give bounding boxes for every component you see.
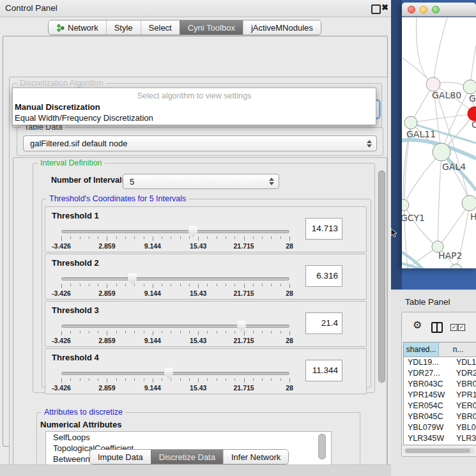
tab-discretize-data[interactable]: Discretize Data bbox=[151, 450, 223, 464]
slider-track[interactable] bbox=[61, 277, 289, 280]
cell-shared-name[interactable]: YBR045C bbox=[404, 411, 451, 422]
tab-cyni-toolbox[interactable]: Cyni Toolbox bbox=[180, 20, 243, 35]
tick-mark bbox=[61, 331, 62, 335]
tick-mark bbox=[226, 284, 226, 286]
interval-definition-group-title: Interval Definition bbox=[38, 158, 105, 167]
split-view-icon[interactable] bbox=[431, 322, 443, 333]
cell-name[interactable]: YDL1 bbox=[451, 357, 476, 368]
cell-name[interactable]: YLR3 bbox=[451, 433, 476, 444]
combo-stepper-icon[interactable] bbox=[367, 140, 372, 148]
algorithm-placeholder-item[interactable]: Select algorithm to view settings bbox=[13, 91, 376, 100]
scale-label: 9.144 bbox=[144, 337, 161, 344]
threshold-value-field[interactable]: 14.713 bbox=[305, 218, 342, 240]
network-node-gcy1[interactable] bbox=[402, 199, 409, 211]
network-node-gal11[interactable] bbox=[404, 116, 417, 129]
tick-mark bbox=[125, 378, 126, 381]
slider-thumb[interactable] bbox=[164, 368, 173, 379]
list-scrollbar-thumb[interactable] bbox=[318, 434, 326, 459]
splitter-strip[interactable] bbox=[391, 0, 402, 289]
column-header-shared[interactable]: shared... bbox=[404, 342, 439, 357]
tick-mark bbox=[289, 331, 290, 335]
table-hscrollbar-thumb[interactable] bbox=[405, 449, 470, 453]
network-node[interactable] bbox=[450, 264, 462, 268]
table-data-combobox[interactable]: galFiltered.sif default node bbox=[23, 135, 377, 151]
slider-track[interactable] bbox=[61, 325, 289, 328]
slider-thumb[interactable] bbox=[128, 273, 137, 284]
cell-name[interactable]: YBR0 bbox=[451, 379, 476, 390]
algorithm-option-manual-discretization[interactable]: Manual Discretization bbox=[15, 102, 100, 112]
cell-shared-name[interactable]: YBL079W bbox=[404, 422, 451, 433]
zoom-traffic-light-icon[interactable] bbox=[432, 6, 440, 13]
table-row[interactable]: YIL052CYIL0 bbox=[404, 444, 476, 445]
threshold-slider-3: -3.4262.8599.14415.4321.71528 bbox=[61, 325, 289, 344]
cell-shared-name[interactable]: YER054C bbox=[404, 401, 451, 411]
slider-ticks bbox=[61, 331, 289, 336]
table-row[interactable]: YPR145WYPR1 bbox=[404, 390, 476, 401]
cell-name[interactable]: YBR0 bbox=[451, 411, 476, 422]
table-row[interactable]: YDL19...YDL1 bbox=[404, 357, 476, 368]
slider-track[interactable] bbox=[61, 372, 289, 375]
network-node-h[interactable] bbox=[462, 196, 476, 211]
tick-mark bbox=[80, 378, 81, 381]
number-of-intervals-combobox[interactable]: 5 bbox=[123, 174, 279, 189]
tab-jactivemnodules[interactable]: jActiveMNodules bbox=[243, 20, 321, 35]
cell-name[interactable]: YER0 bbox=[451, 401, 476, 411]
cell-shared-name[interactable]: YLR345W bbox=[404, 433, 451, 444]
close-icon[interactable]: ✖ bbox=[381, 3, 388, 12]
cell-shared-name[interactable]: YBR043C bbox=[404, 379, 451, 390]
tick-mark bbox=[162, 284, 162, 286]
tick-mark bbox=[289, 236, 290, 241]
viewport-scrollbar-thumb[interactable] bbox=[378, 171, 385, 383]
table-row[interactable]: YER054CYER0 bbox=[404, 401, 476, 411]
tab-network[interactable]: Network bbox=[49, 20, 106, 35]
slider-track[interactable] bbox=[61, 230, 289, 233]
threshold-value-field[interactable]: 6.316 bbox=[305, 265, 342, 287]
algorithm-option-equal-width-frequency-discretization[interactable]: Equal Width/Frequency Discretization bbox=[15, 113, 153, 123]
tab-impute-data[interactable]: Impute Data bbox=[90, 450, 151, 464]
table-row[interactable]: YLR345WYLR3 bbox=[404, 433, 476, 444]
tab-style[interactable]: Style bbox=[106, 20, 141, 35]
table-hscrollbar[interactable] bbox=[404, 448, 475, 454]
cell-name[interactable]: YBL0 bbox=[451, 422, 476, 433]
table-row[interactable]: YBR045CYBR0 bbox=[404, 411, 476, 422]
tab-infer-network[interactable]: Infer Network bbox=[223, 450, 288, 464]
settings-scroll-viewport: Interval Definition Number of Intervals … bbox=[13, 157, 387, 465]
network-canvas[interactable]: GAL80GACGAL11GAL4GCY1HHAP2 bbox=[402, 17, 476, 268]
table-row[interactable]: YBL079WYBL0 bbox=[404, 422, 476, 433]
slider-thumb[interactable] bbox=[237, 321, 246, 332]
threshold-value-field[interactable]: 11.344 bbox=[305, 360, 342, 381]
threshold-value-field[interactable]: 21.4 bbox=[305, 312, 342, 334]
tick-mark bbox=[153, 331, 153, 335]
network-node-ga[interactable] bbox=[463, 80, 476, 94]
network-node-gal80[interactable] bbox=[426, 77, 440, 91]
minimize-traffic-light-icon[interactable] bbox=[420, 6, 427, 13]
table-row[interactable]: YDR27...YDR2 bbox=[404, 368, 476, 379]
cell-name[interactable]: YPR1 bbox=[451, 390, 476, 401]
cell-shared-name[interactable]: YDL19... bbox=[404, 357, 451, 368]
tab-select[interactable]: Select bbox=[141, 20, 180, 35]
mouse-cursor-icon bbox=[390, 228, 398, 238]
tick-mark bbox=[116, 284, 117, 286]
cell-shared-name[interactable]: YIL052C bbox=[404, 444, 451, 445]
cell-shared-name[interactable]: YPR145W bbox=[404, 390, 451, 401]
table-browser: ⚙ ✓ ✓ shared... n... YDL19...YDL1YDR27..… bbox=[401, 312, 476, 457]
column-header-name[interactable]: n... bbox=[439, 342, 476, 357]
float-window-icon[interactable] bbox=[371, 4, 381, 14]
combo-stepper-icon[interactable] bbox=[269, 178, 274, 185]
tick-mark bbox=[89, 331, 89, 334]
tick-mark bbox=[116, 236, 117, 239]
close-traffic-light-icon[interactable] bbox=[408, 6, 415, 13]
slider-thumb[interactable] bbox=[188, 226, 197, 237]
cell-name[interactable]: YDR2 bbox=[451, 368, 476, 379]
checkbox-icon[interactable]: ✓ bbox=[458, 324, 465, 331]
attribute-item-selfloops[interactable]: SelfLoops bbox=[46, 432, 331, 443]
tick-mark bbox=[180, 236, 181, 239]
tick-mark bbox=[198, 236, 199, 241]
tick-mark bbox=[244, 378, 245, 383]
network-node-gal4[interactable] bbox=[433, 143, 450, 161]
checkbox-icon[interactable]: ✓ bbox=[450, 324, 457, 331]
table-row[interactable]: YBR043CYBR0 bbox=[404, 379, 476, 390]
cell-name[interactable]: YIL0 bbox=[451, 444, 473, 445]
gear-icon[interactable]: ⚙ bbox=[413, 320, 422, 330]
cell-shared-name[interactable]: YDR27... bbox=[404, 368, 451, 379]
